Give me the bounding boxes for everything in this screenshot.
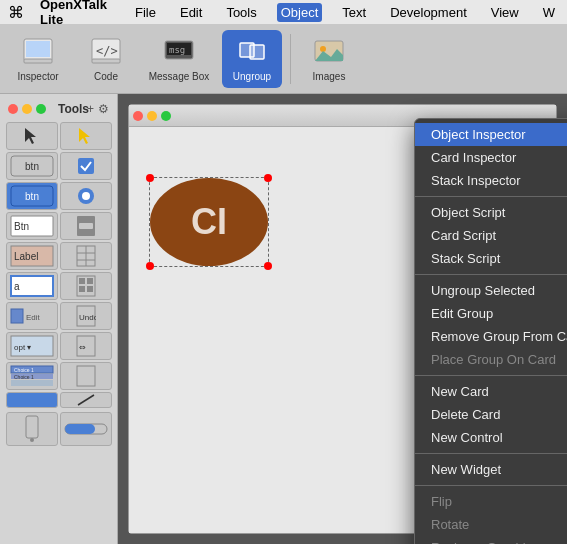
menu-rotate: Rotate ▶ xyxy=(415,513,567,536)
menu-place-group: Place Group On Card xyxy=(415,348,567,371)
menu-w[interactable]: W xyxy=(539,3,559,22)
menu-view[interactable]: View xyxy=(487,3,523,22)
menu-stack-inspector[interactable]: Stack Inspector ⌘K xyxy=(415,169,567,192)
svg-rect-37 xyxy=(79,286,85,292)
object-dropdown-menu: Object Inspector Card Inspector Stack In… xyxy=(414,118,567,544)
menu-card-inspector[interactable]: Card Inspector xyxy=(415,146,567,169)
svg-text:Btn: Btn xyxy=(14,221,29,232)
svg-text:Choice 1: Choice 1 xyxy=(14,367,34,373)
progress-tool[interactable] xyxy=(60,412,112,446)
toolbar-code[interactable]: </> Code xyxy=(76,30,136,88)
handle-top-right[interactable] xyxy=(264,174,272,182)
minimize-button[interactable] xyxy=(22,104,32,114)
canvas-minimize[interactable] xyxy=(147,111,157,121)
menu-edit[interactable]: Edit xyxy=(176,3,206,22)
menu-object-script[interactable]: Object Script ⌘E xyxy=(415,201,567,224)
svg-text:opt ▾: opt ▾ xyxy=(14,343,31,352)
resize-tool[interactable]: ⇔ xyxy=(60,332,112,360)
combo-tool[interactable] xyxy=(60,362,112,390)
svg-text:Undo: Undo xyxy=(79,313,96,322)
svg-rect-10 xyxy=(250,45,264,59)
toolbar-images[interactable]: Images xyxy=(299,30,359,88)
option-tool[interactable]: opt ▾ xyxy=(6,332,58,360)
menu-edit-group[interactable]: Edit Group ⌘R xyxy=(415,302,567,325)
checkbox-tool[interactable] xyxy=(60,152,112,180)
button-tool-2[interactable]: btn xyxy=(6,182,58,210)
ungroup-label: Ungroup xyxy=(233,71,271,82)
toolbar-ungroup[interactable]: Ungroup xyxy=(222,30,282,88)
svg-text:msg: msg xyxy=(169,45,185,55)
image-tool[interactable] xyxy=(60,272,112,300)
toolbar-message-box[interactable]: msg Message Box xyxy=(144,30,214,88)
menu-object-inspector-label: Object Inspector xyxy=(431,127,526,142)
svg-text:a: a xyxy=(14,281,20,292)
label-tool[interactable]: Label xyxy=(6,242,58,270)
svg-text:btn: btn xyxy=(25,191,39,202)
svg-point-21 xyxy=(82,192,90,200)
svg-rect-35 xyxy=(79,278,85,284)
mobile-tool[interactable] xyxy=(6,412,58,446)
app-name: OpenXTalk Lite xyxy=(40,0,115,27)
svg-text:btn: btn xyxy=(25,161,39,172)
menu-remove-group[interactable]: Remove Group From Card xyxy=(415,325,567,348)
tools-header-icons: + ⚙ xyxy=(87,102,109,116)
browse-tool[interactable] xyxy=(60,122,112,150)
inspector-icon xyxy=(22,35,54,67)
svg-rect-25 xyxy=(79,223,93,229)
menu-file[interactable]: File xyxy=(131,3,160,22)
toolbar-inspector[interactable]: Inspector xyxy=(8,30,68,88)
menu-development[interactable]: Development xyxy=(386,3,471,22)
radio-tool[interactable] xyxy=(60,182,112,210)
handle-bottom-left[interactable] xyxy=(146,262,154,270)
handle-bottom-right[interactable] xyxy=(264,262,272,270)
menu-new-control[interactable]: New Control ▶ xyxy=(415,426,567,449)
handle-top-left[interactable] xyxy=(146,174,154,182)
menu-card-script[interactable]: Card Script xyxy=(415,224,567,247)
menu-new-widget[interactable]: New Widget ▶ xyxy=(415,458,567,481)
select-tool-2[interactable]: Edit xyxy=(6,302,58,330)
menu-delete-card[interactable]: Delete Card xyxy=(415,403,567,426)
text-tool[interactable]: a xyxy=(6,272,58,300)
menu-delete-card-label: Delete Card xyxy=(431,407,500,422)
menu-object-inspector[interactable]: Object Inspector xyxy=(415,123,567,146)
canvas-traffic-lights xyxy=(133,111,171,121)
sep-4 xyxy=(415,453,567,454)
menu-stack-script[interactable]: Stack Script xyxy=(415,247,567,270)
menu-text[interactable]: Text xyxy=(338,3,370,22)
maximize-button[interactable] xyxy=(36,104,46,114)
menu-object[interactable]: Object xyxy=(277,3,323,22)
menubar: ⌘ OpenXTalk Lite File Edit Tools Object … xyxy=(0,0,567,24)
svg-rect-36 xyxy=(87,278,93,284)
menu-tools[interactable]: Tools xyxy=(222,3,260,22)
tools-title: Tools xyxy=(58,102,89,116)
multiselect-tool[interactable]: Choice 1 Choice 1 xyxy=(6,362,58,390)
line-tool[interactable] xyxy=(60,392,112,408)
scrollbar-tool[interactable] xyxy=(60,212,112,240)
menu-new-widget-label: New Widget xyxy=(431,462,501,477)
undo-tool[interactable]: Undo xyxy=(60,302,112,330)
gear-icon[interactable]: ⚙ xyxy=(98,102,109,116)
canvas-close[interactable] xyxy=(133,111,143,121)
canvas-maximize[interactable] xyxy=(161,111,171,121)
color-tool[interactable] xyxy=(6,392,58,408)
table-tool[interactable] xyxy=(60,242,112,270)
menu-remove-group-label: Remove Group From Card xyxy=(431,329,567,344)
menu-rotate-label: Rotate xyxy=(431,517,469,532)
select-tool[interactable] xyxy=(6,122,58,150)
menu-ungroup-selected[interactable]: Ungroup Selected ⌘G xyxy=(415,279,567,302)
menu-new-card[interactable]: New Card ⌘N xyxy=(415,380,567,403)
menu-flip: Flip ▶ xyxy=(415,490,567,513)
svg-marker-14 xyxy=(79,128,90,144)
plus-icon[interactable]: + xyxy=(87,102,94,116)
graphic-inner: CI xyxy=(150,178,268,266)
ungroup-icon xyxy=(236,35,268,67)
button-tool[interactable]: btn xyxy=(6,152,58,180)
graphic-element[interactable]: CI xyxy=(149,177,269,267)
menu-flip-label: Flip xyxy=(431,494,452,509)
menu-place-group-label: Place Group On Card xyxy=(431,352,556,367)
close-button[interactable] xyxy=(8,104,18,114)
apple-menu[interactable]: ⌘ xyxy=(8,3,24,22)
field-tool[interactable]: Btn xyxy=(6,212,58,240)
svg-text:Choice 1: Choice 1 xyxy=(14,374,34,380)
menu-ungroup-selected-label: Ungroup Selected xyxy=(431,283,535,298)
